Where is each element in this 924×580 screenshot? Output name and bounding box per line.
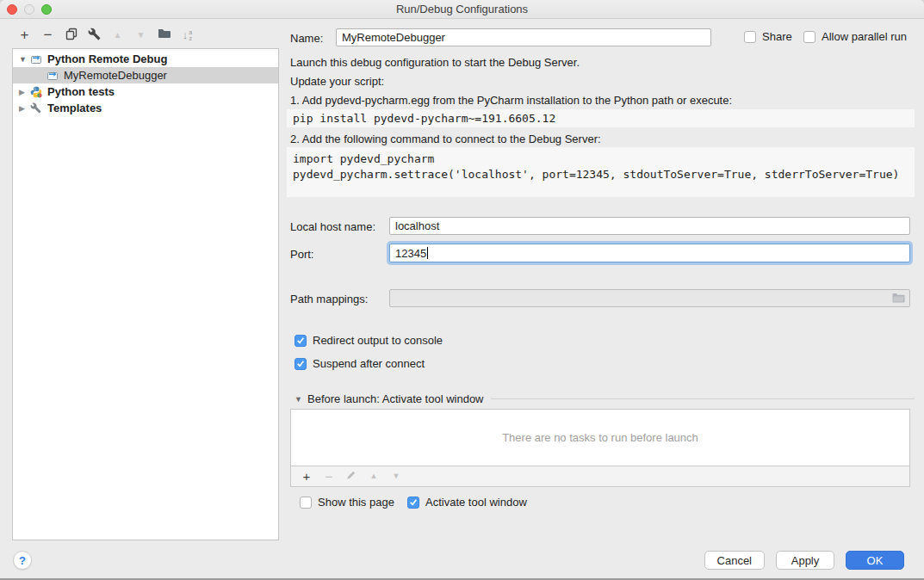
tasks-toolbar: + − ▲ ▼ <box>290 466 910 487</box>
help-button[interactable]: ? <box>13 551 32 570</box>
chevron-right-icon[interactable]: ▶ <box>19 88 30 96</box>
allow-parallel-run-label: Allow parallel run <box>822 30 907 43</box>
share-label: Share <box>762 30 792 43</box>
copy-icon <box>65 28 78 43</box>
plus-icon: + <box>21 28 29 42</box>
local-host-input[interactable] <box>389 217 910 235</box>
activate-tool-window-label: Activate tool window <box>425 496 527 509</box>
path-mappings-label: Path mappings: <box>290 293 368 306</box>
step1-text: 1. Add pydevd-pycharm.egg from the PyCha… <box>290 94 732 108</box>
move-down-button[interactable]: ▼ <box>129 25 152 45</box>
configurations-tree: ▼ Python Remote Debug MyRemoteDebugger ▶… <box>12 48 279 540</box>
minus-icon: − <box>44 28 53 42</box>
chevron-down-icon[interactable]: ▼ <box>19 55 30 64</box>
name-label: Name: <box>290 32 323 46</box>
activate-tool-window-checkbox-row[interactable]: Activate tool window <box>407 496 527 509</box>
add-task-button[interactable]: + <box>295 467 318 486</box>
before-launch-title: Before launch: Activate tool window <box>307 392 484 405</box>
code-line-import: import pydevd_pycharm <box>293 151 915 167</box>
port-value: 12345 <box>395 247 426 260</box>
activate-tool-window-checkbox[interactable] <box>407 497 419 509</box>
cancel-button[interactable]: Cancel <box>704 551 765 570</box>
remove-configuration-button[interactable]: − <box>36 25 59 45</box>
chevron-right-icon[interactable]: ▶ <box>19 104 30 113</box>
browse-path-mappings-button[interactable] <box>892 293 905 305</box>
step2-text: 2. Add the following command to connect … <box>290 133 601 146</box>
move-up-icon: ▲ <box>114 31 122 40</box>
window-title: Run/Debug Configurations <box>0 0 924 19</box>
new-folder-icon <box>158 28 171 42</box>
name-input[interactable] <box>336 28 711 46</box>
path-mappings-field[interactable] <box>389 289 910 307</box>
before-launch-tasks-list[interactable]: There are no tasks to run before launch <box>290 409 910 466</box>
move-down-icon: ▼ <box>393 472 400 480</box>
allow-parallel-run-checkbox-row[interactable]: Allow parallel run <box>803 30 907 43</box>
local-host-label: Local host name: <box>290 220 375 234</box>
folder-icon <box>892 293 905 305</box>
plus-icon: + <box>303 470 311 483</box>
configurations-toolbar: + − ▲ ▼ ↓ az <box>13 25 199 45</box>
chevron-down-icon[interactable]: ▼ <box>295 395 307 404</box>
add-configuration-button[interactable]: + <box>13 25 36 45</box>
templates-wrench-icon <box>30 102 45 114</box>
move-up-button[interactable]: ▲ <box>106 25 129 45</box>
port-input[interactable]: 12345 <box>389 244 910 262</box>
question-mark-icon: ? <box>19 554 26 567</box>
suspend-after-connect-checkbox-row[interactable]: Suspend after connect <box>295 357 425 370</box>
edit-defaults-button[interactable] <box>83 25 106 45</box>
share-checkbox[interactable] <box>744 31 756 43</box>
run-config-icon <box>30 53 45 65</box>
tree-item-templates[interactable]: ▶ Templates <box>13 100 278 116</box>
before-launch-header[interactable]: ▼ Before launch: Activate tool window <box>295 392 915 405</box>
configuration-form: Name: Share Allow parallel run Launch th… <box>290 24 921 546</box>
update-script-text: Update your script: <box>290 75 384 89</box>
dialog-buttons: Cancel Apply OK <box>704 551 904 570</box>
port-label: Port: <box>290 248 313 262</box>
allow-parallel-run-checkbox[interactable] <box>803 31 815 43</box>
ok-button[interactable]: OK <box>846 551 904 570</box>
sort-alphabetically-icon: ↓ az <box>183 28 192 41</box>
tree-item-python-remote-debug[interactable]: ▼ Python Remote Debug <box>13 51 278 67</box>
minus-icon: − <box>326 470 333 483</box>
python-tests-icon <box>30 86 45 98</box>
header-separator-line <box>491 398 915 399</box>
show-this-page-label: Show this page <box>318 496 394 509</box>
run-config-icon <box>47 70 61 81</box>
remove-task-button[interactable]: − <box>318 467 340 486</box>
apply-button[interactable]: Apply <box>776 551 834 570</box>
tree-item-myremotedebugger[interactable]: MyRemoteDebugger <box>13 67 278 83</box>
titlebar: Run/Debug Configurations <box>0 0 924 19</box>
move-task-down-button[interactable]: ▼ <box>385 467 407 486</box>
text-caret <box>427 247 428 259</box>
run-debug-configurations-dialog: Run/Debug Configurations + − ▲ ▼ <box>0 0 924 580</box>
code-line-settrace: pydevd_pycharm.settrace('localhost', por… <box>293 167 915 182</box>
pip-command-code[interactable]: pip install pydevd-pycharm~=191.6605.12 <box>287 109 915 127</box>
move-task-up-button[interactable]: ▲ <box>363 467 385 486</box>
show-this-page-checkbox-row[interactable]: Show this page <box>300 496 394 509</box>
sort-configurations-button[interactable]: ↓ az <box>176 25 199 45</box>
edit-task-button[interactable] <box>340 467 363 486</box>
move-down-icon: ▼ <box>137 31 146 40</box>
settrace-code-block[interactable]: import pydevd_pycharm pydevd_pycharm.set… <box>287 147 915 197</box>
tasks-empty-message: There are no tasks to run before launch <box>502 431 698 444</box>
tree-item-python-tests[interactable]: ▶ Python tests <box>13 83 278 100</box>
suspend-after-connect-label: Suspend after connect <box>313 357 425 370</box>
redirect-output-label: Redirect output to console <box>313 334 443 347</box>
redirect-output-checkbox[interactable] <box>295 335 307 347</box>
tree-item-label: MyRemoteDebugger <box>64 69 167 82</box>
path-mappings-input[interactable] <box>390 290 909 306</box>
suspend-after-connect-checkbox[interactable] <box>295 358 307 370</box>
copy-configuration-button[interactable] <box>59 25 83 45</box>
tree-item-label: Python tests <box>47 85 115 98</box>
pencil-icon <box>346 470 357 483</box>
create-folder-button[interactable] <box>152 25 176 45</box>
share-checkbox-row[interactable]: Share <box>744 30 792 43</box>
move-up-icon: ▲ <box>370 472 378 480</box>
tree-item-label: Python Remote Debug <box>47 52 167 65</box>
intro-text: Launch this debug configuration to start… <box>290 56 580 70</box>
show-this-page-checkbox[interactable] <box>300 497 312 509</box>
redirect-output-checkbox-row[interactable]: Redirect output to console <box>295 334 443 347</box>
tree-item-label: Templates <box>47 102 102 114</box>
wrench-icon <box>88 28 101 43</box>
